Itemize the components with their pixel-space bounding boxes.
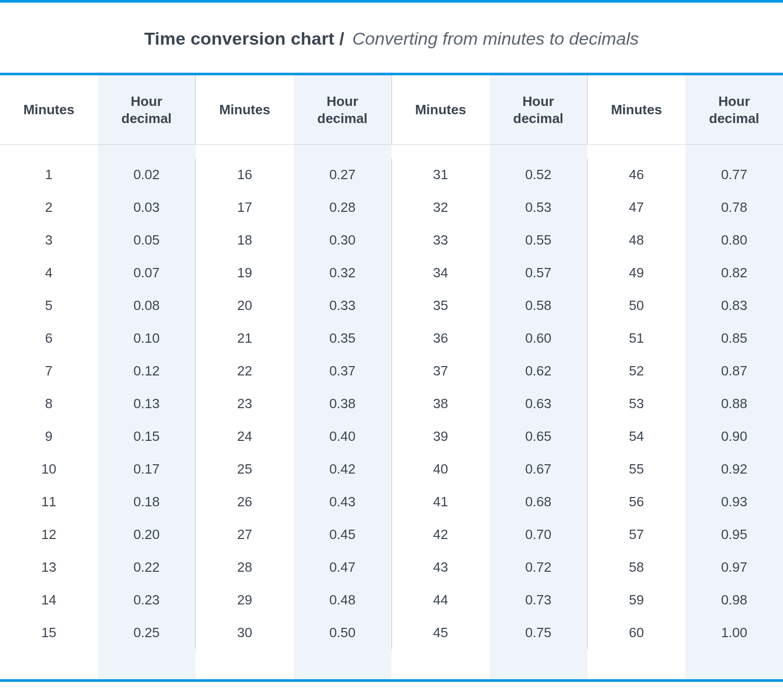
cell-minutes: 57 xyxy=(588,518,685,551)
cell-decimal: 0.45 xyxy=(293,518,392,551)
cell-decimal: 0.22 xyxy=(98,551,196,584)
cell-minutes: 60 xyxy=(588,616,685,649)
table-row: 130.22280.47430.72580.97 xyxy=(0,551,783,584)
table-row: 60.10210.35360.60510.85 xyxy=(0,322,783,355)
cell-minutes: 6 xyxy=(0,322,98,355)
table-row: 70.12220.37370.62520.87 xyxy=(0,355,783,387)
cell-decimal: 0.33 xyxy=(293,289,392,322)
cell-decimal: 0.72 xyxy=(490,551,588,584)
cell-decimal: 0.17 xyxy=(98,453,196,486)
cell-minutes: 18 xyxy=(196,224,293,257)
cell-decimal: 0.02 xyxy=(98,158,196,191)
time-conversion-chart: Time conversion chart / Converting from … xyxy=(0,0,783,682)
cell-minutes: 12 xyxy=(0,518,98,551)
cell-decimal: 0.30 xyxy=(293,224,392,257)
cell-minutes: 32 xyxy=(392,191,490,224)
cell-decimal: 0.58 xyxy=(490,289,588,322)
cell-decimal: 0.08 xyxy=(98,289,196,322)
cell-decimal: 0.05 xyxy=(98,224,196,257)
divider-accent xyxy=(0,679,783,682)
cell-decimal: 0.50 xyxy=(293,616,392,649)
cell-minutes: 25 xyxy=(196,453,293,486)
cell-minutes: 15 xyxy=(0,616,98,649)
cell-decimal: 0.88 xyxy=(685,387,783,420)
cell-decimal: 0.48 xyxy=(293,584,392,616)
cell-decimal: 0.68 xyxy=(490,486,588,518)
cell-minutes: 19 xyxy=(196,257,293,289)
cell-decimal: 0.62 xyxy=(490,355,588,387)
cell-minutes: 11 xyxy=(0,486,98,518)
cell-decimal: 0.32 xyxy=(293,257,392,289)
col-header-minutes: Minutes xyxy=(0,75,98,144)
table-row: 50.08200.33350.58500.83 xyxy=(0,289,783,322)
cell-minutes: 41 xyxy=(392,486,490,518)
cell-decimal: 0.78 xyxy=(685,191,783,224)
table-header-row: Minutes Hour decimal Minutes Hour decima… xyxy=(0,75,783,145)
cell-minutes: 51 xyxy=(588,322,685,355)
cell-decimal: 0.70 xyxy=(490,518,588,551)
cell-decimal: 0.03 xyxy=(98,191,196,224)
cell-minutes: 27 xyxy=(196,518,293,551)
cell-decimal: 0.40 xyxy=(293,420,392,453)
cell-minutes: 4 xyxy=(0,257,98,289)
cell-decimal: 0.75 xyxy=(490,616,588,649)
table-row: 80.13230.38380.63530.88 xyxy=(0,387,783,420)
cell-decimal: 0.52 xyxy=(490,158,588,191)
cell-minutes: 58 xyxy=(588,551,685,584)
cell-minutes: 43 xyxy=(392,551,490,584)
cell-minutes: 46 xyxy=(588,158,685,191)
cell-minutes: 9 xyxy=(0,420,98,453)
cell-decimal: 0.82 xyxy=(685,257,783,289)
cell-minutes: 33 xyxy=(392,224,490,257)
cell-decimal: 0.28 xyxy=(293,191,392,224)
cell-minutes: 3 xyxy=(0,224,98,257)
cell-decimal: 0.38 xyxy=(293,387,392,420)
cell-minutes: 14 xyxy=(0,584,98,616)
cell-decimal: 0.42 xyxy=(293,453,392,486)
cell-decimal: 0.60 xyxy=(490,322,588,355)
cell-minutes: 38 xyxy=(392,387,490,420)
table-row: 20.03170.28320.53470.78 xyxy=(0,191,783,224)
col-header-decimal: Hour decimal xyxy=(685,75,783,144)
col-header-decimal: Hour decimal xyxy=(98,75,196,144)
cell-decimal: 0.27 xyxy=(293,158,392,191)
cell-decimal: 0.55 xyxy=(490,224,588,257)
cell-minutes: 22 xyxy=(196,355,293,387)
cell-decimal: 0.18 xyxy=(98,486,196,518)
col-header-minutes: Minutes xyxy=(196,75,293,144)
cell-decimal: 0.12 xyxy=(98,355,196,387)
cell-decimal: 0.97 xyxy=(685,551,783,584)
cell-decimal: 0.83 xyxy=(685,289,783,322)
cell-decimal: 0.87 xyxy=(685,355,783,387)
cell-minutes: 56 xyxy=(588,486,685,518)
cell-decimal: 0.98 xyxy=(685,584,783,616)
col-header-decimal: Hour decimal xyxy=(490,75,588,144)
cell-minutes: 23 xyxy=(196,387,293,420)
cell-decimal: 0.85 xyxy=(685,322,783,355)
cell-decimal: 0.57 xyxy=(490,257,588,289)
cell-minutes: 10 xyxy=(0,453,98,486)
cell-decimal: 0.65 xyxy=(490,420,588,453)
cell-decimal: 0.92 xyxy=(685,453,783,486)
cell-decimal: 0.90 xyxy=(685,420,783,453)
cell-decimal: 0.73 xyxy=(490,584,588,616)
table-row: 100.17250.42400.67550.92 xyxy=(0,453,783,486)
cell-minutes: 24 xyxy=(196,420,293,453)
cell-minutes: 42 xyxy=(392,518,490,551)
cell-decimal: 0.77 xyxy=(685,158,783,191)
cell-decimal: 0.93 xyxy=(685,486,783,518)
cell-decimal: 0.25 xyxy=(98,616,196,649)
cell-decimal: 0.13 xyxy=(98,387,196,420)
table-row: 10.02160.27310.52460.77 xyxy=(0,158,783,191)
cell-minutes: 37 xyxy=(392,355,490,387)
cell-minutes: 31 xyxy=(392,158,490,191)
cell-decimal: 0.15 xyxy=(98,420,196,453)
chart-title: Time conversion chart / Converting from … xyxy=(0,3,783,73)
table-row: 140.23290.48440.73590.98 xyxy=(0,584,783,616)
col-header-decimal: Hour decimal xyxy=(293,75,392,144)
chart-title-separator: / xyxy=(334,29,349,48)
table-body: 10.02160.27310.52460.7720.03170.28320.53… xyxy=(0,145,783,665)
cell-minutes: 59 xyxy=(588,584,685,616)
table-row: 110.18260.43410.68560.93 xyxy=(0,486,783,518)
cell-minutes: 29 xyxy=(196,584,293,616)
